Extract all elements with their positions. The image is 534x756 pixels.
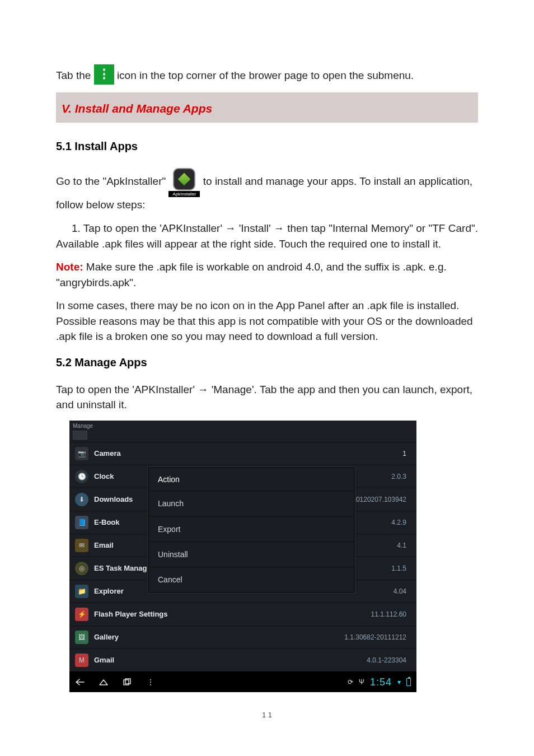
screen-thumbnail [73, 431, 87, 440]
intro-paragraph: Tab the icon in the top corner of the br… [56, 64, 478, 85]
dialog-item-export[interactable]: Export [149, 517, 354, 542]
estask-icon: ◎ [75, 562, 88, 575]
app-name: Explorer [94, 586, 124, 597]
app-row-left: ⚡Flash Player Settings [75, 608, 168, 621]
apkinstaller-icon-label: ApkInstaller [168, 191, 200, 198]
app-row-camera[interactable]: 📷Camera1 [69, 442, 416, 465]
app-name: Flash Player Settings [94, 609, 168, 620]
recent-apps-icon[interactable] [122, 678, 132, 686]
app-row-left: MGmail [75, 654, 114, 667]
app-row-left: 📷Camera [75, 447, 121, 460]
gallery-icon: 🖼 [75, 631, 88, 644]
camera-icon: 📷 [75, 447, 88, 460]
screen-title: Manage [69, 421, 416, 431]
app-name: Gallery [94, 632, 119, 643]
clock-icon: 🕒 [75, 470, 88, 483]
text: icon in the top corner of the brower pag… [117, 69, 414, 81]
paragraph-no-icon-cases: In some cases, there may be no icon on i… [56, 298, 478, 344]
app-row-left: ⬇Downloads [75, 493, 133, 506]
android-screen: Manage 📷Camera1🕒Clock2.0.3⬇Downloads3-en… [69, 421, 416, 692]
section-heading-band: V. Install and Manage Apps [56, 92, 478, 123]
subsection-5-2-heading: 5.2 Manage Apps [56, 354, 478, 371]
back-icon[interactable] [75, 678, 85, 686]
note-label: Note: [56, 261, 83, 273]
ebook-icon: 📘 [75, 516, 88, 529]
gmail-icon: M [75, 654, 88, 667]
app-version: 4.0.1-223304 [367, 656, 406, 665]
wifi-icon: ▾ [397, 678, 401, 687]
app-row-flash[interactable]: ⚡Flash Player Settings11.1.112.60 [69, 603, 416, 626]
manage-apps-screenshot: Manage 📷Camera1🕒Clock2.0.3⬇Downloads3-en… [69, 421, 416, 692]
app-row-gmail[interactable]: MGmail4.0.1-223304 [69, 648, 416, 671]
flash-icon: ⚡ [75, 608, 88, 621]
clock-text: 1:54 [370, 675, 392, 689]
app-row-left: ◎ES Task Manager [75, 562, 154, 575]
app-row-left: 🖼Gallery [75, 631, 119, 644]
app-row-left: 📘E-Book [75, 516, 120, 529]
app-row-left: 📁Explorer [75, 585, 124, 598]
app-version: 1.1.5 [391, 564, 406, 573]
app-version: 1 [402, 449, 406, 459]
nav-buttons: ⋮ [75, 678, 156, 686]
sync-icon: ⟳ [348, 678, 353, 687]
battery-icon [406, 678, 411, 686]
subsection-5-1-heading: 5.1 Install Apps [56, 138, 478, 155]
app-version: 4.1 [397, 541, 406, 550]
note-paragraph: Note: Make sure the .apk file is workabl… [56, 259, 478, 290]
app-name: Downloads [94, 494, 133, 505]
document-page: Tab the icon in the top corner of the br… [0, 0, 534, 756]
email-icon: ✉ [75, 539, 88, 552]
app-name: E-Book [94, 517, 120, 528]
system-bar: ⋮ ⟳ Ψ 1:54 ▾ [69, 671, 416, 692]
paragraph-go-to-apkinstaller: Go to the "ApkInstaller" ApkInstaller to… [56, 166, 478, 213]
app-version: 1.1.30682-20111212 [344, 633, 406, 642]
app-row-left: ✉Email [75, 539, 114, 552]
dialog-title: Action [149, 468, 354, 491]
paragraph-manage: Tap to open the 'APKInstaller' → 'Manage… [56, 382, 478, 413]
app-row-gallery[interactable]: 🖼Gallery1.1.30682-20111212 [69, 626, 416, 648]
overflow-icon[interactable]: ⋮ [146, 678, 156, 686]
explorer-icon: 📁 [75, 585, 88, 598]
action-dialog: Action LaunchExportUninstallCancel [148, 467, 355, 593]
app-version: 11.1.112.60 [371, 610, 406, 619]
page-number: 1 1 [56, 710, 478, 721]
app-name: ES Task Manager [94, 563, 154, 574]
app-name: Camera [94, 449, 121, 459]
text: Tab the [56, 69, 94, 81]
usb-icon: Ψ [359, 678, 364, 687]
dialog-item-uninstall[interactable]: Uninstall [149, 542, 354, 567]
app-version: 4.2.9 [391, 518, 406, 528]
app-name: Gmail [94, 655, 114, 666]
app-name: Clock [94, 472, 114, 482]
app-version: 4.04 [394, 587, 406, 596]
dialog-item-cancel[interactable]: Cancel [149, 567, 354, 592]
text: Go to the "ApkInstaller" [56, 175, 168, 187]
dialog-item-launch[interactable]: Launch [149, 491, 354, 516]
note-text: Make sure the .apk file is workable on a… [56, 261, 447, 288]
status-area: ⟳ Ψ 1:54 ▾ [348, 675, 411, 689]
downloads-icon: ⬇ [75, 493, 88, 506]
apkinstaller-icon: ApkInstaller [168, 166, 200, 197]
step-1-paragraph: 1. Tap to open the 'APKInstaller' → 'Ins… [56, 221, 478, 251]
app-row-left: 🕒Clock [75, 470, 114, 483]
app-name: Email [94, 540, 114, 551]
app-version: 2.0.3 [391, 472, 406, 482]
overflow-menu-icon [94, 64, 114, 85]
home-icon[interactable] [99, 678, 109, 686]
section-title: V. Install and Manage Apps [62, 100, 472, 117]
